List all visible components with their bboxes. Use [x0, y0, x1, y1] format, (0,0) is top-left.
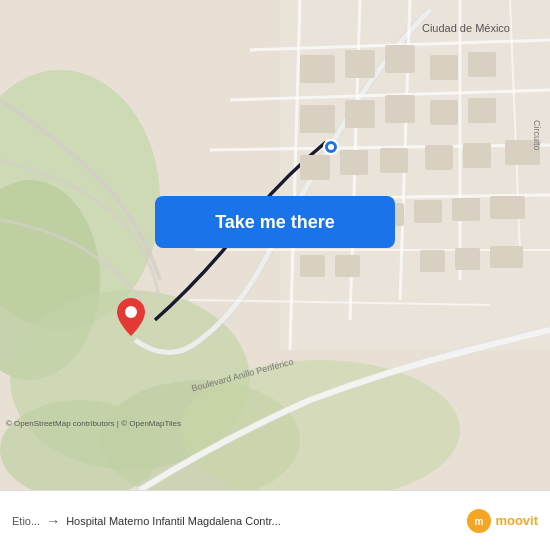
- moovit-logo: m moovit: [467, 509, 538, 533]
- svg-rect-23: [345, 100, 375, 128]
- svg-rect-41: [300, 255, 325, 277]
- svg-rect-22: [300, 105, 335, 133]
- map-container: Ciudad de México Circuito Boulevard Anil…: [0, 0, 550, 490]
- city-label: Ciudad de México: [422, 22, 510, 34]
- circuito-label: Circuito: [532, 120, 542, 151]
- svg-rect-40: [490, 196, 525, 219]
- to-location: Hospital Materno Infantil Magdalena Cont…: [66, 515, 467, 527]
- svg-text:m: m: [475, 516, 484, 527]
- svg-rect-24: [385, 95, 415, 123]
- svg-rect-28: [468, 98, 496, 123]
- svg-rect-30: [340, 150, 368, 175]
- svg-rect-44: [455, 248, 480, 270]
- svg-point-47: [328, 144, 334, 150]
- direction-arrow: →: [46, 513, 60, 529]
- moovit-text: moovit: [495, 513, 538, 528]
- svg-rect-38: [414, 200, 442, 223]
- svg-rect-32: [425, 145, 453, 170]
- svg-point-48: [125, 306, 137, 318]
- from-location: Etio...: [12, 515, 40, 527]
- svg-rect-42: [335, 255, 360, 277]
- svg-rect-33: [463, 143, 491, 168]
- svg-rect-26: [468, 52, 496, 77]
- svg-rect-19: [300, 55, 335, 83]
- bottom-bar: Etio... → Hospital Materno Infantil Magd…: [0, 490, 550, 550]
- svg-rect-25: [430, 55, 458, 80]
- take-me-there-button[interactable]: Take me there: [155, 196, 395, 248]
- svg-rect-31: [380, 148, 408, 173]
- moovit-logo-icon: m: [467, 509, 491, 533]
- destination-pin: [117, 298, 145, 340]
- osm-credit: © OpenStreetMap contributors | © OpenMap…: [6, 419, 181, 428]
- svg-rect-43: [420, 250, 445, 272]
- svg-rect-39: [452, 198, 480, 221]
- svg-rect-45: [490, 246, 523, 268]
- svg-rect-21: [385, 45, 415, 73]
- svg-rect-27: [430, 100, 458, 125]
- origin-dot: [322, 138, 340, 160]
- svg-rect-20: [345, 50, 375, 78]
